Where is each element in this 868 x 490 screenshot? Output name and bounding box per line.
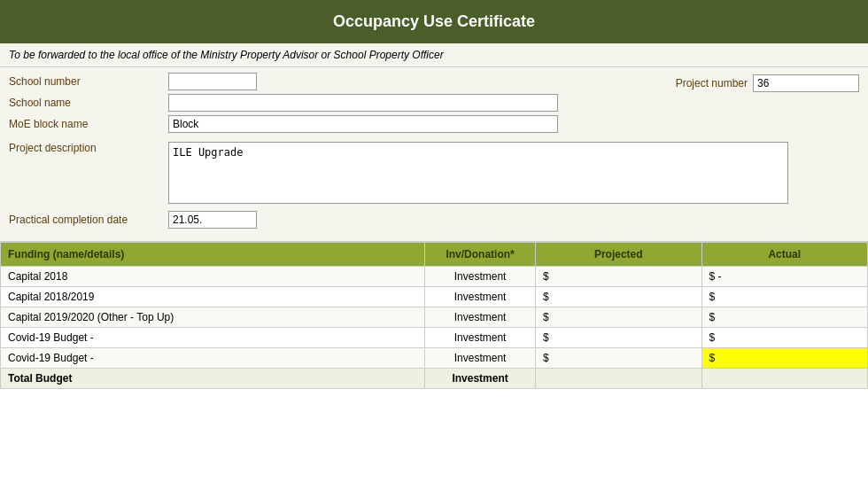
total-row: Total BudgetInvestment (1, 369, 868, 389)
projected-value: $ (536, 267, 701, 287)
actual-value: $ (701, 287, 867, 307)
table-row: Covid-19 Budget -Investment$$ (1, 328, 868, 348)
projected-col-header: Projected (536, 243, 701, 267)
funding-name: Covid-19 Budget - (1, 348, 425, 369)
funding-name: Covid-19 Budget - (1, 328, 425, 348)
inv-type: Investment (425, 348, 536, 369)
title-bar: Occupancy Use Certificate (0, 0, 868, 43)
project-description-label: Project description (9, 142, 168, 154)
page-title: Occupancy Use Certificate (333, 12, 535, 30)
projected-value: $ (536, 348, 701, 369)
table-row: Capital 2019/2020 (Other - Top Up)Invest… (1, 307, 868, 328)
subtitle-bar: To be forwarded to the local office of t… (0, 43, 868, 67)
school-number-input[interactable] (168, 73, 257, 90)
funding-name: Capital 2019/2020 (Other - Top Up) (1, 307, 425, 328)
inv-type: Investment (425, 328, 536, 348)
project-description-textarea[interactable]: ILE Upgrade (168, 142, 788, 204)
actual-value: $ (701, 328, 867, 348)
table-row: Capital 2018Investment$$ - (1, 267, 868, 287)
actual-value: $ - (701, 267, 867, 287)
table-row: Covid-19 Budget -Investment$$ (1, 348, 868, 369)
actual-value: $ (701, 348, 867, 369)
inv-type: Investment (425, 307, 536, 328)
moe-block-label: MoE block name (9, 118, 168, 130)
project-number-input[interactable] (753, 74, 859, 92)
project-number-label: Project number (676, 77, 748, 89)
funding-name: Capital 2018 (1, 267, 425, 287)
inv-type: Investment (425, 287, 536, 307)
practical-completion-label: Practical completion date (9, 214, 168, 226)
practical-completion-input[interactable] (168, 211, 257, 229)
funding-table: Funding (name/details) Inv/Donation* Pro… (0, 242, 868, 389)
subtitle-text: To be forwarded to the local office of t… (9, 49, 444, 61)
table-row: Capital 2018/2019Investment$$ (1, 287, 868, 307)
moe-block-input[interactable] (168, 115, 558, 133)
school-name-label: School name (9, 97, 168, 109)
projected-value: $ (536, 307, 701, 328)
projected-value: $ (536, 287, 701, 307)
school-name-input[interactable] (168, 94, 558, 112)
school-number-label: School number (9, 75, 168, 88)
projected-value: $ (536, 328, 701, 348)
funding-col-header: Funding (name/details) (1, 243, 425, 267)
actual-value: $ (701, 307, 867, 328)
inv-col-header: Inv/Donation* (425, 243, 536, 267)
actual-col-header: Actual (701, 243, 867, 267)
inv-type: Investment (425, 267, 536, 287)
funding-name: Capital 2018/2019 (1, 287, 425, 307)
